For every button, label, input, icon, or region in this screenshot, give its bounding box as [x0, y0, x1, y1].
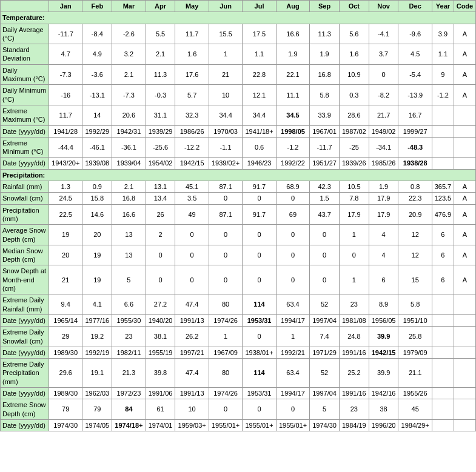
data-cell-2-2: 3.2: [112, 44, 146, 65]
data-cell-21-7: 1994/17: [276, 387, 309, 399]
data-cell-23-9: 1984/19: [339, 419, 369, 431]
data-cell-13-13: A: [454, 225, 475, 245]
data-cell-7-9: -25: [339, 137, 369, 158]
data-cell-20-3: 39.8: [146, 359, 175, 388]
data-cell-4-1: -13.1: [82, 85, 112, 105]
section-header-9: Precipitation:: [1, 169, 476, 181]
data-cell-5-0: 11.7: [49, 105, 82, 125]
data-cell-21-2: 1972/23: [112, 387, 146, 399]
data-cell-12-6: 91.7: [243, 204, 276, 225]
data-cell-18-4: 26.2: [175, 327, 209, 347]
data-cell-4-0: -16: [49, 85, 82, 105]
data-cell-1-6: 17.5: [243, 24, 276, 44]
data-cell-19-12: [432, 347, 454, 358]
data-cell-19-8: 1971/29: [310, 347, 340, 358]
row-label-20: Extreme Daily Precipitation (mm): [1, 359, 49, 388]
data-cell-18-5: 1: [209, 327, 242, 347]
data-cell-11-7: 0: [276, 193, 309, 204]
data-cell-8-2: 1939/04: [112, 158, 146, 169]
data-cell-11-2: 16.8: [112, 193, 146, 204]
data-cell-5-11: 16.7: [398, 105, 432, 125]
data-cell-4-9: 0.3: [339, 85, 369, 105]
data-cell-19-4: 1997/21: [175, 347, 209, 358]
data-cell-23-3: 1974/01: [146, 419, 175, 431]
data-cell-11-10: 17.9: [369, 193, 398, 204]
data-cell-18-9: 24.8: [339, 327, 369, 347]
data-cell-15-10: 6: [369, 265, 398, 294]
data-cell-14-0: 20: [49, 245, 82, 265]
data-cell-19-11: 1979/09: [398, 347, 432, 358]
data-cell-12-3: 26: [146, 204, 175, 225]
data-cell-13-11: 12: [398, 225, 432, 245]
data-cell-11-1: 15.8: [82, 193, 112, 204]
data-cell-3-8: 16.8: [310, 64, 340, 85]
data-cell-6-3: 1939/29: [146, 125, 175, 137]
data-cell-16-9: 23: [339, 294, 369, 315]
data-cell-3-13: A: [454, 64, 475, 85]
row-label-7: Extreme Minimum (°C): [1, 137, 49, 158]
data-cell-17-13: [454, 314, 475, 326]
data-cell-3-5: 21: [209, 64, 242, 85]
data-cell-20-13: [454, 359, 475, 388]
data-cell-14-6: 0: [243, 245, 276, 265]
data-cell-6-7: 1998/05: [276, 125, 309, 137]
data-cell-13-7: 0: [276, 225, 309, 245]
data-cell-2-6: 1.1: [243, 44, 276, 65]
data-cell-10-13: A: [454, 181, 475, 193]
data-cell-1-12: 3.9: [432, 24, 454, 44]
data-cell-13-8: 0: [310, 225, 340, 245]
data-cell-7-0: -44.4: [49, 137, 82, 158]
data-cell-11-11: 22.3: [398, 193, 432, 204]
row-label-3: Daily Maximum (°C): [1, 64, 49, 85]
row-label-23: Date (yyyy/dd): [1, 419, 49, 431]
data-cell-8-6: 1946/23: [243, 158, 276, 169]
data-cell-17-3: 1940/20: [146, 314, 175, 326]
data-cell-15-12: 6: [432, 265, 454, 294]
data-cell-2-11: 4.5: [398, 44, 432, 65]
data-cell-23-13: [454, 419, 475, 431]
data-cell-14-12: 6: [432, 245, 454, 265]
data-cell-3-1: -3.6: [82, 64, 112, 85]
data-cell-18-3: 38.1: [146, 327, 175, 347]
data-cell-17-6: 1953/31: [243, 314, 276, 326]
data-cell-17-8: 1997/04: [310, 314, 340, 326]
data-cell-20-9: 25.2: [339, 359, 369, 388]
data-cell-22-3: 61: [146, 399, 175, 420]
data-cell-14-9: 0: [339, 245, 369, 265]
data-cell-17-12: [432, 314, 454, 326]
col-header-oct: Oct: [339, 1, 369, 12]
data-cell-21-5: 1974/26: [209, 387, 242, 399]
data-cell-15-2: 5: [112, 265, 146, 294]
data-cell-16-10: 8.9: [369, 294, 398, 315]
data-cell-23-6: 1955/01+: [243, 419, 276, 431]
data-cell-21-0: 1989/30: [49, 387, 82, 399]
data-cell-4-11: -13.9: [398, 85, 432, 105]
climate-table: Jan Feb Mar Apr May Jun Jul Aug Sep Oct …: [0, 0, 476, 431]
data-cell-20-11: 21.1: [398, 359, 432, 388]
data-cell-23-10: 1996/20: [369, 419, 398, 431]
data-cell-6-11: 1999/27: [398, 125, 432, 137]
data-cell-5-6: 34.4: [243, 105, 276, 125]
data-cell-10-11: 0.8: [398, 181, 432, 193]
data-cell-11-8: 1.5: [310, 193, 340, 204]
data-cell-12-1: 14.6: [82, 204, 112, 225]
data-cell-14-10: 4: [369, 245, 398, 265]
data-cell-7-1: -46.1: [82, 137, 112, 158]
data-cell-3-0: -7.3: [49, 64, 82, 85]
data-cell-21-9: 1991/16: [339, 387, 369, 399]
data-cell-10-0: 1.3: [49, 181, 82, 193]
data-cell-2-0: 4.7: [49, 44, 82, 65]
data-cell-18-11: 25.8: [398, 327, 432, 347]
col-header-may: May: [175, 1, 209, 12]
data-cell-12-5: 87.1: [209, 204, 242, 225]
data-cell-18-10: 39.9: [369, 327, 398, 347]
data-cell-12-4: 49: [175, 204, 209, 225]
data-cell-12-11: 20.9: [398, 204, 432, 225]
data-cell-7-2: -36.1: [112, 137, 146, 158]
data-cell-5-13: [454, 105, 475, 125]
data-cell-15-9: 1: [339, 265, 369, 294]
data-cell-14-1: 19: [82, 245, 112, 265]
data-cell-21-1: 1962/03: [82, 387, 112, 399]
data-cell-4-10: -8.2: [369, 85, 398, 105]
data-cell-3-6: 22.8: [243, 64, 276, 85]
